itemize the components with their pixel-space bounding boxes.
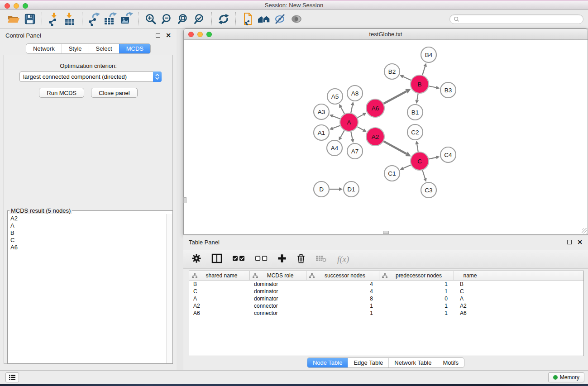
network-node-B2[interactable]: B2 <box>384 64 400 79</box>
network-edge-C-C3[interactable] <box>422 170 427 182</box>
network-node-A3[interactable]: A3 <box>314 104 329 119</box>
network-node-A6[interactable]: A6 <box>366 99 384 117</box>
zoom-out-icon[interactable] <box>159 11 175 27</box>
network-node-A4[interactable]: A4 <box>327 140 342 156</box>
node-table[interactable]: shared nameMCDS rolesuccessor nodesprede… <box>189 271 584 356</box>
network-edge-C-C2[interactable] <box>415 141 419 152</box>
result-list-scrollbar[interactable] <box>166 214 172 363</box>
network-node-A8[interactable]: A8 <box>347 86 363 101</box>
table-row[interactable]: A6connector11A6 <box>189 310 583 317</box>
tab-motifs[interactable]: Motifs <box>437 358 464 367</box>
zoom-selected-icon[interactable] <box>191 11 208 27</box>
network-edge-C-C1[interactable] <box>400 165 411 170</box>
export-table-icon[interactable] <box>102 11 119 27</box>
tab-edge-table[interactable]: Edge Table <box>348 358 388 367</box>
network-edge-A-A1[interactable] <box>330 125 340 130</box>
table-settings-gear-icon[interactable] <box>191 253 201 265</box>
network-node-B1[interactable]: B1 <box>407 105 423 120</box>
network-node-A7[interactable]: A7 <box>347 143 363 159</box>
zoom-in-icon[interactable] <box>143 11 159 27</box>
network-vertical-scrollbar[interactable] <box>183 197 186 203</box>
network-node-A5[interactable]: A5 <box>327 89 343 104</box>
hide-graphics-details-icon[interactable] <box>272 11 288 27</box>
network-node-D[interactable]: D <box>314 181 329 197</box>
network-node-C3[interactable]: C3 <box>421 182 436 198</box>
network-edge-B-B3[interactable] <box>429 86 440 90</box>
network-node-A2[interactable]: A2 <box>366 128 384 146</box>
result-item[interactable]: A6 <box>8 244 166 251</box>
add-icon[interactable] <box>277 254 287 265</box>
network-edge-A-A6[interactable] <box>358 113 367 118</box>
tab-network-table[interactable]: Network Table <box>388 358 437 367</box>
network-edge-C-C4[interactable] <box>429 156 440 159</box>
network-document-icon[interactable] <box>239 11 256 27</box>
table-row[interactable]: Cdominator41C <box>189 288 583 295</box>
result-item[interactable]: A2 <box>8 215 166 222</box>
network-edge-D-D1[interactable] <box>330 187 343 191</box>
task-history-button[interactable] <box>5 372 19 382</box>
table-row[interactable]: Bdominator41B <box>189 281 583 288</box>
import-table-icon[interactable] <box>62 11 78 27</box>
network-edge-B-B1[interactable] <box>415 94 419 104</box>
tab-style[interactable]: Style <box>62 44 89 53</box>
float-panel-icon[interactable] <box>156 33 160 38</box>
network-edge-A-A4[interactable] <box>339 130 344 140</box>
minimize-window-button[interactable] <box>14 3 19 9</box>
maximize-window-button[interactable] <box>23 3 28 9</box>
network-window-titlebar[interactable]: testGlobe.txt <box>184 29 588 40</box>
column-header-MCDS-role[interactable]: MCDS role <box>250 271 306 280</box>
import-network-icon[interactable] <box>46 11 62 27</box>
tab-select[interactable]: Select <box>89 44 119 53</box>
open-folder-icon[interactable] <box>5 11 22 27</box>
network-node-C4[interactable]: C4 <box>440 147 456 162</box>
network-edge-A-A2[interactable] <box>357 127 366 132</box>
network-close-button[interactable] <box>188 32 194 37</box>
delete-trash-icon[interactable] <box>296 253 306 265</box>
network-edge-B-B2[interactable] <box>400 75 411 81</box>
deselect-all-icon[interactable] <box>255 255 268 264</box>
result-item[interactable]: B <box>8 229 166 237</box>
network-edge-B-B4[interactable] <box>422 63 427 75</box>
network-node-B4[interactable]: B4 <box>421 47 436 62</box>
export-network-icon[interactable] <box>86 11 102 27</box>
close-panel-icon[interactable]: ✕ <box>166 33 171 38</box>
tab-mcds[interactable]: MCDS <box>119 44 150 53</box>
save-icon[interactable] <box>22 11 38 27</box>
network-edge-A-A8[interactable] <box>351 102 354 113</box>
window-resize-grip[interactable] <box>582 228 587 234</box>
network-horizontal-scrollbar[interactable] <box>383 231 389 234</box>
network-edge-A-A3[interactable] <box>330 114 340 119</box>
search-input[interactable] <box>459 15 583 23</box>
criterion-select[interactable]: largest connected component (directed) <box>19 71 162 82</box>
column-header-successor-nodes[interactable]: successor nodes <box>306 271 379 280</box>
network-node-B[interactable]: B <box>411 75 429 93</box>
network-edge-A6-B[interactable] <box>383 89 411 104</box>
table-row[interactable]: A2connector11A2 <box>189 302 583 310</box>
network-maximize-button[interactable] <box>206 32 212 37</box>
result-item[interactable]: C <box>8 237 166 244</box>
float-table-panel-icon[interactable] <box>567 240 572 244</box>
network-node-C1[interactable]: C1 <box>384 166 400 181</box>
result-item[interactable]: A <box>8 222 166 229</box>
tab-network[interactable]: Network <box>26 44 62 53</box>
column-header-predecessor-nodes[interactable]: predecessor nodes <box>379 271 454 280</box>
tab-node-table[interactable]: Node Table <box>307 358 348 367</box>
network-edge-A2-C[interactable] <box>383 141 411 156</box>
network-node-C[interactable]: C <box>411 152 429 170</box>
network-node-B3[interactable]: B3 <box>440 82 456 98</box>
refresh-layout-icon[interactable] <box>215 11 232 27</box>
close-window-button[interactable] <box>5 3 10 9</box>
search-field[interactable] <box>449 14 583 24</box>
column-header-name[interactable]: name <box>454 271 490 280</box>
network-node-A1[interactable]: A1 <box>314 125 329 140</box>
network-edge-A-A5[interactable] <box>339 104 344 114</box>
show-column-icon[interactable] <box>211 253 222 265</box>
memory-button[interactable]: Memory <box>548 372 584 382</box>
network-node-C2[interactable]: C2 <box>407 124 423 140</box>
table-row[interactable]: Adominator80A <box>189 295 583 302</box>
network-node-D1[interactable]: D1 <box>344 181 359 197</box>
network-edge-A-A7[interactable] <box>351 132 354 143</box>
run-mcds-button[interactable]: Run MCDS <box>39 88 84 98</box>
network-canvas[interactable]: B4B2BB3A8A5A6A3B1AA1C2A2A4A7C4CC1C3DD1 <box>184 40 588 234</box>
select-all-icon[interactable] <box>232 255 245 264</box>
